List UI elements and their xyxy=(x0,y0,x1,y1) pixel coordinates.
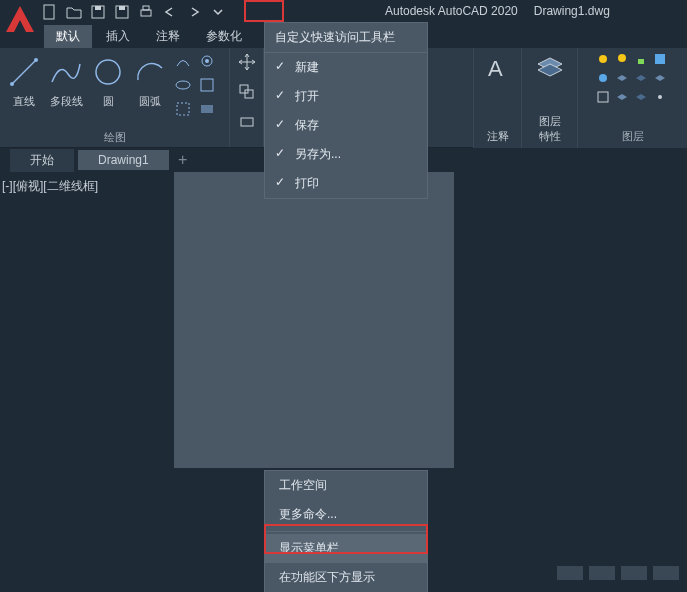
tab-insert[interactable]: 插入 xyxy=(94,25,142,48)
svg-rect-6 xyxy=(143,6,149,10)
tool-small-1[interactable] xyxy=(174,52,194,72)
tool-move-icon[interactable] xyxy=(237,52,257,76)
viewport-label[interactable]: [-][俯视][二维线框] xyxy=(2,178,98,195)
tool-copy-icon[interactable] xyxy=(237,82,257,106)
tool-circle[interactable]: 圆 xyxy=(90,52,126,109)
qat-menu-save[interactable]: 保存 xyxy=(265,111,427,140)
svg-rect-0 xyxy=(44,5,54,19)
svg-point-25 xyxy=(599,74,607,82)
ls-freeze-icon[interactable] xyxy=(596,71,612,87)
svg-rect-26 xyxy=(598,92,608,102)
svg-rect-19 xyxy=(241,118,253,126)
svg-point-12 xyxy=(205,59,209,63)
layer-states-grid xyxy=(596,52,669,106)
tool-line[interactable]: 直线 xyxy=(6,52,42,109)
tool-small-2[interactable] xyxy=(198,52,218,72)
svg-rect-2 xyxy=(95,6,101,10)
ls-layer3-icon[interactable] xyxy=(634,71,650,87)
ls-layer2-icon[interactable] xyxy=(615,71,631,87)
svg-text:A: A xyxy=(488,56,503,81)
svg-point-21 xyxy=(599,55,607,63)
drawing-area[interactable] xyxy=(174,172,454,468)
tab-default[interactable]: 默认 xyxy=(44,25,92,48)
svg-point-27 xyxy=(658,95,662,99)
file-tab-start[interactable]: 开始 xyxy=(10,149,74,172)
qat-redo-icon[interactable] xyxy=(184,2,204,22)
qat-customize-menu: 自定义快速访问工具栏 新建 打开 保存 另存为... 打印 xyxy=(264,22,428,199)
qat-menu-more[interactable]: 更多命令... xyxy=(265,500,427,529)
layer-props-label: 图层 特性 xyxy=(539,114,561,144)
qat-customize-menu-lower: 工作空间 更多命令... 显示菜单栏 在功能区下方显示 xyxy=(264,470,428,592)
svg-rect-15 xyxy=(177,103,189,115)
menu-separator xyxy=(265,531,427,532)
qat-menu-show-menubar[interactable]: 显示菜单栏 xyxy=(265,534,427,563)
svg-rect-17 xyxy=(240,85,248,93)
tool-small-3[interactable] xyxy=(174,76,194,96)
qat-menu-open[interactable]: 打开 xyxy=(265,82,427,111)
svg-rect-5 xyxy=(141,10,151,16)
watermark xyxy=(557,566,679,580)
svg-point-10 xyxy=(96,60,120,84)
svg-point-22 xyxy=(618,54,626,62)
qat-open-icon[interactable] xyxy=(64,2,84,22)
tool-polyline[interactable]: 多段线 xyxy=(48,52,84,109)
document-name: Drawing1.dwg xyxy=(534,4,610,18)
qat-menu-workspace[interactable]: 工作空间 xyxy=(265,471,427,500)
ls-layer4-icon[interactable] xyxy=(653,71,669,87)
ls-more-icon[interactable] xyxy=(653,90,669,106)
title-bar: Autodesk AutoCAD 2020 Drawing1.dwg xyxy=(0,0,687,24)
svg-point-9 xyxy=(34,58,38,62)
tool-stretch-icon[interactable] xyxy=(237,112,257,136)
qat-save-icon[interactable] xyxy=(88,2,108,22)
panel-title-layer: 图层 xyxy=(622,127,644,144)
svg-rect-23 xyxy=(638,59,644,64)
panel-title-draw: 绘图 xyxy=(6,128,223,145)
svg-rect-16 xyxy=(201,105,213,113)
svg-point-13 xyxy=(176,81,190,89)
qat-menu-below-ribbon[interactable]: 在功能区下方显示 xyxy=(265,563,427,592)
qat-menu-print[interactable]: 打印 xyxy=(265,169,427,198)
ls-bulb-icon[interactable] xyxy=(615,52,631,68)
ls-color-icon[interactable] xyxy=(653,52,669,68)
qat-print-icon[interactable] xyxy=(136,2,156,22)
qat-undo-icon[interactable] xyxy=(160,2,180,22)
tab-parametric[interactable]: 参数化 xyxy=(194,25,254,48)
tool-arc[interactable]: 圆弧 xyxy=(132,52,168,109)
qat-menu-saveas[interactable]: 另存为... xyxy=(265,140,427,169)
ls-iso-icon[interactable] xyxy=(634,90,650,106)
ls-prev-icon[interactable] xyxy=(615,90,631,106)
ls-sun-icon[interactable] xyxy=(596,52,612,68)
svg-point-8 xyxy=(10,82,14,86)
annotation-icon[interactable]: A xyxy=(482,52,514,88)
svg-line-7 xyxy=(12,60,36,84)
tool-small-4[interactable] xyxy=(198,76,218,96)
qat-menu-new[interactable]: 新建 xyxy=(265,53,427,82)
layer-props-icon[interactable] xyxy=(534,52,566,88)
qat-saveas-icon[interactable] xyxy=(112,2,132,22)
qat-new-icon[interactable] xyxy=(40,2,60,22)
file-tab-add[interactable]: + xyxy=(173,150,193,170)
qat-dropdown-icon[interactable] xyxy=(208,2,228,22)
app-logo[interactable] xyxy=(2,2,38,38)
svg-rect-24 xyxy=(655,54,665,64)
annotation-label: 注释 xyxy=(487,129,509,144)
file-tab-drawing[interactable]: Drawing1 xyxy=(78,150,169,170)
highlight-qat-dropdown xyxy=(244,0,284,22)
tool-small-6[interactable] xyxy=(198,100,218,120)
tab-annotate[interactable]: 注释 xyxy=(144,25,192,48)
tool-small-5[interactable] xyxy=(174,100,194,120)
svg-rect-4 xyxy=(119,6,125,10)
ls-match-icon[interactable] xyxy=(596,90,612,106)
ls-lock-icon[interactable] xyxy=(634,52,650,68)
qat-menu-title: 自定义快速访问工具栏 xyxy=(265,23,427,53)
svg-rect-14 xyxy=(201,79,213,91)
svg-rect-18 xyxy=(245,90,253,98)
app-name: Autodesk AutoCAD 2020 xyxy=(385,4,518,18)
